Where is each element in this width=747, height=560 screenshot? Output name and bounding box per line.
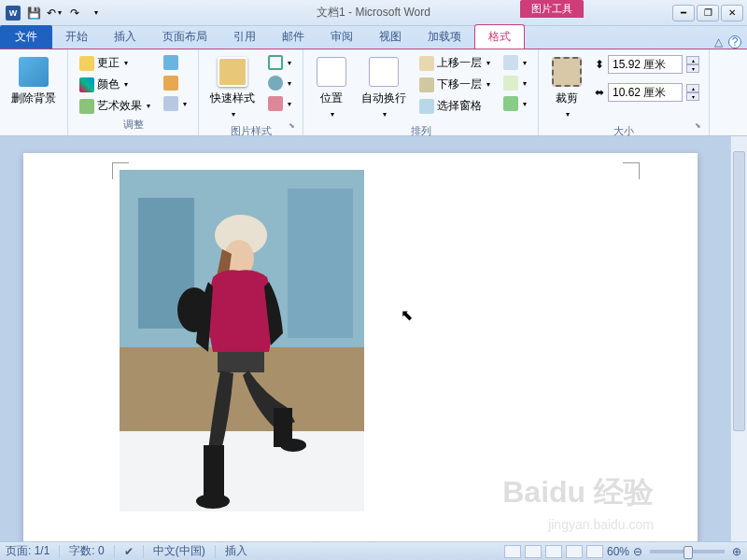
- tab-review[interactable]: 审阅: [317, 25, 366, 49]
- tab-format[interactable]: 格式: [474, 24, 525, 49]
- redo-button[interactable]: ↷: [65, 4, 84, 22]
- crop-button[interactable]: 裁剪▾: [546, 53, 587, 122]
- group-removebg: 删除背景: [0, 49, 68, 135]
- svg-rect-10: [204, 445, 224, 497]
- status-words[interactable]: 字数: 0: [69, 543, 104, 559]
- page: [23, 153, 698, 541]
- adjust-group-label: 调整: [76, 116, 190, 133]
- contextual-tab-label: 图片工具: [520, 0, 584, 18]
- help-icon[interactable]: ?: [728, 35, 741, 49]
- inserted-image[interactable]: [120, 170, 364, 511]
- statusbar: 页面: 1/1 字数: 0 ✔ 中文(中国) 插入 60% ⊖ ⊕: [0, 541, 747, 560]
- scrollbar-thumb[interactable]: [733, 151, 745, 431]
- group-size: 裁剪▾ ⬍ 15.92 厘米 ▴▾ ⬌ 10.62 厘米 ▴▾ 大小 ⬊: [539, 49, 710, 135]
- svg-point-13: [280, 439, 306, 452]
- ribbon-tabs: 文件 开始 插入 页面布局 引用 邮件 审阅 视图 加载项 格式 △ ?: [0, 26, 747, 49]
- width-input[interactable]: ⬌ 10.62 厘米 ▴▾: [593, 81, 701, 104]
- status-page[interactable]: 页面: 1/1: [6, 543, 49, 559]
- status-mode[interactable]: 插入: [225, 543, 247, 559]
- tab-file[interactable]: 文件: [0, 25, 52, 49]
- artistic-effects-button[interactable]: 艺术效果▾: [76, 96, 154, 116]
- vertical-scrollbar[interactable]: [730, 136, 747, 541]
- window-title: 文档1 - Microsoft Word: [317, 5, 430, 21]
- close-button[interactable]: ✕: [721, 5, 743, 21]
- undo-button[interactable]: ↶▾: [45, 4, 63, 22]
- rotate-button[interactable]: ▾: [500, 94, 530, 113]
- group-adjust: 更正▾ 颜色▾ 艺术效果▾ ▾ 调整: [68, 49, 199, 135]
- height-input[interactable]: ⬍ 15.92 厘米 ▴▾: [593, 53, 701, 76]
- tab-insert[interactable]: 插入: [101, 25, 149, 49]
- corrections-button[interactable]: 更正▾: [76, 53, 154, 73]
- view-draft[interactable]: [586, 545, 603, 558]
- group-button[interactable]: ▾: [500, 74, 530, 92]
- tab-view[interactable]: 视图: [366, 25, 415, 49]
- wrap-text-button[interactable]: 自动换行▾: [358, 53, 410, 122]
- svg-point-14: [177, 287, 211, 332]
- reset-picture-button[interactable]: ▾: [160, 94, 190, 113]
- view-print-layout[interactable]: [504, 545, 521, 558]
- view-outline[interactable]: [566, 545, 583, 558]
- zoom-level[interactable]: 60%: [607, 545, 629, 558]
- compress-button[interactable]: [160, 53, 190, 72]
- height-icon: ⬍: [595, 58, 604, 71]
- view-fullscreen[interactable]: [525, 545, 542, 558]
- svg-point-11: [196, 494, 230, 509]
- remove-background-button[interactable]: 删除背景: [7, 53, 60, 110]
- save-button[interactable]: 💾: [24, 4, 43, 22]
- picstyle-launcher[interactable]: ⬊: [289, 121, 300, 133]
- align-button[interactable]: ▾: [500, 53, 530, 72]
- svg-rect-4: [120, 431, 364, 511]
- picture-border-button[interactable]: ▾: [264, 53, 295, 72]
- color-button[interactable]: 颜色▾: [76, 75, 154, 94]
- zoom-out-button[interactable]: ⊖: [633, 545, 642, 558]
- ribbon: 删除背景 更正▾ 颜色▾ 艺术效果▾ ▾ 调整 快速样式▾ ▾: [0, 49, 747, 136]
- status-language[interactable]: 中文(中国): [153, 543, 205, 559]
- titlebar: W 💾 ↶▾ ↷ ▾ 文档1 - Microsoft Word 图片工具 ━ ❐…: [0, 0, 747, 26]
- tab-mailings[interactable]: 邮件: [269, 25, 317, 49]
- bring-forward-button[interactable]: 上移一层▾: [416, 53, 494, 73]
- selection-pane-button[interactable]: 选择窗格: [416, 96, 494, 116]
- zoom-in-button[interactable]: ⊕: [732, 545, 741, 558]
- tab-addins[interactable]: 加载项: [415, 25, 474, 49]
- zoom-slider[interactable]: [650, 550, 725, 553]
- word-icon[interactable]: W: [4, 4, 22, 22]
- minimize-ribbon-icon[interactable]: △: [714, 35, 723, 49]
- quick-styles-button[interactable]: 快速样式▾: [206, 53, 259, 122]
- qat-customize[interactable]: ▾: [86, 4, 105, 22]
- restore-button[interactable]: ❐: [697, 5, 719, 21]
- group-arrange: 位置▾ 自动换行▾ 上移一层▾ 下移一层▾ 选择窗格 ▾ ▾ ▾ 排列: [303, 49, 539, 135]
- svg-rect-3: [288, 189, 353, 338]
- picture-layout-button[interactable]: ▾: [264, 94, 295, 113]
- position-button[interactable]: 位置▾: [311, 53, 352, 122]
- svg-rect-8: [218, 352, 264, 372]
- document-area[interactable]: [0, 136, 730, 541]
- quick-access-toolbar: W 💾 ↶▾ ↷ ▾: [0, 4, 105, 22]
- group-picture-styles: 快速样式▾ ▾ ▾ ▾ 图片样式 ⬊: [199, 49, 303, 135]
- minimize-button[interactable]: ━: [672, 5, 695, 21]
- change-picture-button[interactable]: [160, 74, 190, 92]
- picture-effects-button[interactable]: ▾: [264, 74, 295, 92]
- crop-handle-tr[interactable]: [623, 162, 640, 179]
- view-web[interactable]: [545, 545, 562, 558]
- send-backward-button[interactable]: 下移一层▾: [416, 75, 494, 94]
- remove-bg-label: 删除背景: [11, 91, 56, 106]
- tab-home[interactable]: 开始: [52, 25, 101, 49]
- size-launcher[interactable]: ⬊: [695, 121, 706, 133]
- width-icon: ⬌: [595, 86, 604, 99]
- tab-layout[interactable]: 页面布局: [149, 25, 220, 49]
- tab-references[interactable]: 引用: [220, 25, 269, 49]
- proofing-icon[interactable]: ✔: [124, 545, 134, 558]
